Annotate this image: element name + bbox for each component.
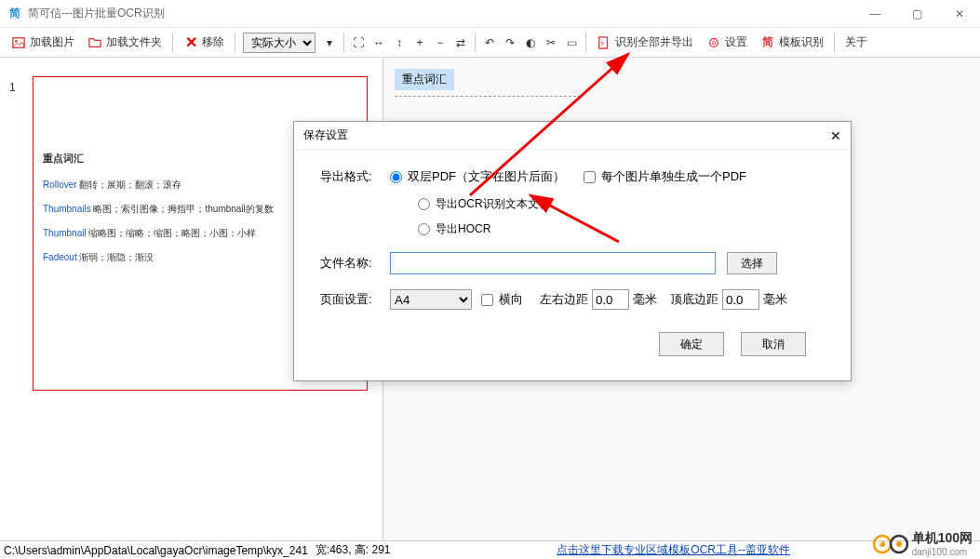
dialog-title: 保存设置 (303, 127, 830, 143)
radio-dual-pdf-label: 双层PDF（文字在图片后面） (408, 168, 565, 185)
svg-text:+: + (879, 539, 883, 548)
svg-point-1 (15, 39, 18, 42)
fit-icon[interactable]: ⛶ (349, 33, 368, 52)
about-label: 关于 (845, 34, 867, 50)
crop-icon[interactable]: ✂ (542, 33, 560, 52)
toolbar: 加载图片 加载文件夹 ✕ 移除 实际大小 ▾ ⛶ ↔ ↕ + − ⇄ ↶ ↷ ◐… (0, 28, 980, 58)
pageset-label: 页面设置: (320, 291, 390, 308)
check-each-pdf-label: 每个图片单独生成一个PDF (601, 168, 746, 185)
plus-icon[interactable]: + (410, 33, 429, 52)
unit-label-2: 毫米 (763, 291, 787, 308)
contrast-icon[interactable]: ◐ (521, 33, 540, 52)
load-image-button[interactable]: 加载图片 (6, 32, 80, 53)
settings-button[interactable]: 设置 (701, 32, 753, 53)
filename-label: 文件名称: (320, 255, 390, 272)
browse-button[interactable]: 选择 (727, 252, 777, 274)
svg-text:P: P (601, 40, 605, 46)
arrows-h-icon[interactable]: ↔ (369, 33, 388, 52)
arrows-lr-icon[interactable]: ⇄ (451, 33, 470, 52)
minimize-button[interactable]: — (854, 0, 896, 27)
radio-hocr[interactable] (418, 223, 430, 235)
radio-text-label: 导出OCR识别文本文件 (436, 196, 550, 212)
load-image-label: 加载图片 (30, 34, 74, 50)
thumbnail-index: 1 (9, 81, 16, 94)
close-button[interactable]: ✕ (938, 0, 980, 27)
lr-margin-label: 左右边距 (540, 291, 588, 308)
separator (475, 33, 476, 53)
tb-margin-label: 顶底边距 (670, 291, 718, 308)
status-dims: 宽:463, 高: 291 (315, 542, 391, 558)
radio-hocr-label: 导出HOCR (436, 221, 490, 237)
remove-button[interactable]: ✕ 移除 (178, 32, 230, 53)
separator (172, 33, 173, 53)
separator (235, 33, 235, 53)
separator (585, 33, 586, 53)
dialog-close-icon[interactable]: ✕ (830, 128, 841, 143)
arrows-v-icon[interactable]: ↕ (390, 33, 409, 52)
rotate-ccw-icon[interactable]: ↶ (480, 33, 499, 52)
dialog-titlebar: 保存设置 ✕ (294, 122, 851, 150)
separator (343, 33, 344, 53)
zoom-select[interactable]: 实际大小 (243, 33, 315, 53)
check-each-pdf[interactable] (584, 171, 596, 183)
landscape-check[interactable] (481, 294, 493, 306)
svg-point-4 (710, 38, 718, 47)
remove-label: 移除 (202, 34, 224, 50)
radio-dual-pdf[interactable] (390, 171, 402, 183)
template-button[interactable]: 简 模板识别 (755, 32, 829, 53)
load-folder-label: 加载文件夹 (106, 34, 162, 50)
rotate-cw-icon[interactable]: ↷ (501, 33, 519, 52)
folder-icon (87, 35, 102, 50)
chevron-down-icon[interactable]: ▾ (320, 33, 339, 52)
watermark: + 单机100网 danji100.com (873, 530, 973, 557)
separator (834, 33, 835, 53)
gear-icon (706, 35, 721, 50)
preview-heading: 重点词汇 (395, 69, 454, 90)
maximize-button[interactable]: ▢ (896, 0, 938, 27)
template-icon: 简 (760, 35, 775, 50)
lr-margin-input[interactable] (592, 289, 629, 310)
pdf-icon: P (597, 35, 611, 50)
titlebar: 简 简可信---图片批量OCR识别 — ▢ ✕ (0, 0, 980, 28)
format-label: 导出格式: (320, 168, 390, 185)
landscape-label: 横向 (499, 291, 523, 308)
statusbar: C:\Users\admin\AppData\Local\gayaOcr\ima… (0, 540, 980, 559)
about-button[interactable]: 关于 (839, 32, 873, 53)
status-path: C:\Users\admin\AppData\Local\gayaOcr\ima… (4, 544, 308, 557)
ok-button[interactable]: 确定 (659, 332, 724, 356)
cancel-button[interactable]: 取消 (741, 332, 806, 356)
box-icon[interactable]: ▭ (562, 33, 581, 52)
app-icon: 简 (7, 7, 22, 21)
recognize-export-label: 识别全部并导出 (615, 34, 693, 50)
unit-label: 毫米 (633, 291, 657, 308)
svg-point-10 (896, 541, 902, 547)
app-title: 简可信---图片批量OCR识别 (28, 6, 854, 21)
status-link[interactable]: 点击这里下载专业区域模板OCR工具--盖亚软件 (557, 542, 790, 558)
template-label: 模板识别 (779, 34, 824, 50)
load-folder-button[interactable]: 加载文件夹 (82, 32, 168, 53)
tb-margin-input[interactable] (722, 289, 759, 310)
recognize-export-button[interactable]: P 识别全部并导出 (591, 32, 699, 53)
x-icon: ✕ (183, 35, 198, 50)
watermark-name: 单机100网 (912, 530, 973, 547)
settings-label: 设置 (725, 34, 747, 50)
watermark-domain: danji100.com (912, 547, 973, 557)
watermark-icon: + (873, 533, 906, 555)
save-settings-dialog: 保存设置 ✕ 导出格式: 双层PDF（文字在图片后面） 每个图片单独生成一个PD… (293, 121, 852, 381)
radio-text[interactable] (418, 198, 430, 210)
filename-input[interactable] (390, 252, 716, 274)
image-icon (11, 35, 26, 50)
minus-icon[interactable]: − (431, 33, 450, 52)
page-size-select[interactable]: A4 (390, 289, 472, 310)
svg-point-5 (712, 41, 716, 45)
